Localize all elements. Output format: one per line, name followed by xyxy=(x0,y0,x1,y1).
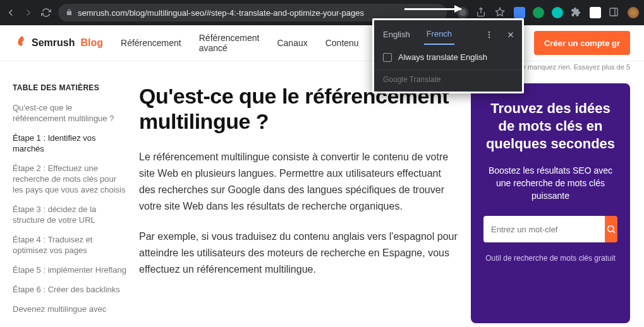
reload-icon[interactable] xyxy=(40,7,52,18)
keyword-card: Trouvez des idées de mots clés en quelqu… xyxy=(471,83,630,323)
create-account-button[interactable]: Créer un compte gr xyxy=(534,31,630,55)
nav-advanced-seo[interactable]: Référencement avancé xyxy=(199,33,260,53)
toc-item-1[interactable]: Étape 1 : Identifiez vos marchés xyxy=(13,133,126,154)
card-title: Trouvez des idées de mots clés en quelqu… xyxy=(483,100,617,153)
flame-icon xyxy=(14,36,28,50)
article-p1: Le référencement multilingue consiste à … xyxy=(139,149,458,215)
translate-tab-french[interactable]: French xyxy=(424,24,454,45)
article-body: Qu'est-ce que le référencement multiling… xyxy=(139,83,458,323)
always-translate-checkbox[interactable] xyxy=(383,53,392,62)
kebab-icon[interactable] xyxy=(484,30,494,40)
toc-item-0[interactable]: Qu'est-ce que le référencement multiling… xyxy=(13,102,126,124)
site-logo[interactable]: Semrush Blog xyxy=(14,36,103,50)
tagline: Ne manquez rien. Essayez plus de 5 xyxy=(0,61,644,71)
nav-seo[interactable]: Référencement xyxy=(121,38,181,48)
sidepanel-icon[interactable] xyxy=(609,7,620,18)
always-translate-label: Always translate English xyxy=(398,52,487,62)
keyword-tool-link[interactable]: Outil de recherche de mots clés gratuit xyxy=(483,254,617,263)
share-icon[interactable] xyxy=(476,7,487,18)
star-icon[interactable] xyxy=(495,7,506,18)
profile-avatar[interactable] xyxy=(628,7,639,18)
svg-rect-1 xyxy=(610,8,617,16)
svg-point-10 xyxy=(608,226,614,232)
svg-point-4 xyxy=(489,33,490,35)
article-p2: Par exemple, si vous traduisez du conten… xyxy=(139,229,458,278)
ext-icon-3[interactable] xyxy=(552,7,563,18)
browser-toolbar: semrush.com/blog/multilingual-seo/#step-… xyxy=(0,0,644,25)
forward-icon[interactable] xyxy=(23,7,34,18)
ext-icon-1[interactable] xyxy=(514,7,525,18)
svg-point-3 xyxy=(489,31,490,32)
brand-name: Semrush xyxy=(32,37,75,49)
ext-icon-2[interactable] xyxy=(533,7,544,18)
nav-content[interactable]: Contenu xyxy=(325,38,359,48)
toc-item-7[interactable]: Devenez multilingue avec xyxy=(13,304,126,314)
search-icon xyxy=(606,224,616,234)
translate-footer: Google Translate xyxy=(374,69,522,92)
keyword-input[interactable] xyxy=(483,216,605,242)
blog-word: Blog xyxy=(80,37,103,49)
translate-popup: English French Always translate English … xyxy=(372,18,524,93)
toc-item-3[interactable]: Étape 3 : décidez de la structure de vot… xyxy=(13,204,126,225)
translate-tab-english[interactable]: English xyxy=(380,25,413,44)
ext-icon-4[interactable] xyxy=(590,7,601,18)
keyword-search xyxy=(483,216,617,242)
svg-point-5 xyxy=(489,36,490,37)
back-icon[interactable] xyxy=(5,7,16,18)
close-icon[interactable] xyxy=(506,30,516,40)
toc-item-2[interactable]: Étape 2 : Effectuez une recherche de mot… xyxy=(13,163,126,195)
svg-line-11 xyxy=(613,231,615,233)
extension-icons xyxy=(457,7,639,18)
toc-item-5[interactable]: Étape 5 : implémenter Hreflang xyxy=(13,265,126,275)
lock-icon xyxy=(66,9,73,17)
toc-title: TABLE DES MATIÈRES xyxy=(13,83,126,92)
svg-marker-0 xyxy=(495,8,504,16)
url-text: semrush.com/blog/multilingual-seo/#step-… xyxy=(78,8,364,18)
toc-item-6[interactable]: Étape 6 : Créer des backlinks xyxy=(13,284,126,295)
card-sub: Boostez les résultats SEO avec une reche… xyxy=(483,164,617,202)
toc-item-4[interactable]: Étape 4 : Traduisez et optimisez vos pag… xyxy=(13,234,126,256)
puzzle-icon[interactable] xyxy=(571,7,582,18)
site-header: Semrush Blog Référencement Référencement… xyxy=(0,25,644,61)
table-of-contents: TABLE DES MATIÈRES Qu'est-ce que le réfé… xyxy=(13,83,126,323)
annotation-arrow xyxy=(404,8,461,10)
keyword-search-button[interactable] xyxy=(605,216,617,242)
nav-channels[interactable]: Canaux xyxy=(277,38,307,48)
